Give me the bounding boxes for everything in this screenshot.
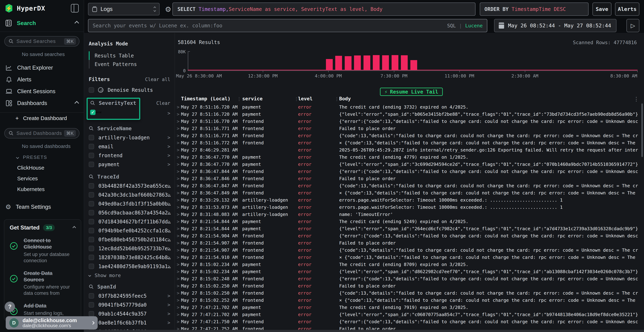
table-row[interactable]: > May 27 8:36:47.770 AM payment error {"…	[175, 161, 644, 168]
chevron-right-icon[interactable]: >	[168, 110, 170, 116]
row-expand-icon[interactable]: >	[177, 140, 180, 146]
filter-value-row[interactable]: 09041fb457779da0 >	[89, 301, 170, 308]
saved-dashboards-input[interactable]: Saved Dashboards ⌘K	[4, 128, 80, 138]
filter-field-name[interactable]: ServiceName	[97, 126, 132, 132]
table-row[interactable]: > May 27 7:47:21.702 AM payment error Th…	[175, 304, 644, 311]
get-started-item[interactable]: Connect to ClickHouse Set up your databa…	[10, 237, 76, 264]
checkbox[interactable]	[89, 135, 94, 140]
sidebar-item-dashboards[interactable]: Dashboards	[0, 97, 84, 109]
date-range-picker[interactable]: May 26 08:52:44 - May 27 08:52:44	[494, 19, 616, 32]
chevron-right-icon[interactable]: >	[168, 183, 170, 188]
chevron-right-icon[interactable]: >	[168, 246, 170, 251]
filter-value-row[interactable]: 0f94b9befe0b4252ccfa1c8… >	[89, 227, 170, 234]
filter-value-row[interactable]: 07d184304627bf2f11b67dd… >	[89, 218, 170, 226]
chevron-right-icon[interactable]: >	[168, 320, 170, 326]
table-row[interactable]: > May 27 8:33:29.132 AM artillery-loadge…	[175, 196, 644, 204]
row-expand-icon[interactable]: >	[177, 226, 180, 231]
filter-value-row[interactable]: 1ae42480d758e9ab91193a1… >	[89, 262, 170, 270]
filter-value-row[interactable]: 042a30c3dc1baf660b27863… >	[89, 191, 170, 198]
table-row[interactable]: > May 27 8:36:47.844 AM frontend error {…	[175, 168, 644, 175]
lang-toggle-lucene[interactable]: Lucene	[465, 23, 483, 28]
table-row[interactable]: > May 27 8:46:29.281 AM error 2025-05-26…	[175, 146, 644, 154]
sidebar-item-alerts[interactable]: Alerts	[0, 74, 84, 86]
chevron-right-icon[interactable]: >	[168, 162, 170, 167]
filter-field-name[interactable]: SeverityText	[99, 100, 136, 106]
table-row[interactable]: > May 27 8:36:47.849 AM frontend error ×…	[175, 189, 644, 196]
row-expand-icon[interactable]: >	[177, 298, 180, 303]
checkbox[interactable]	[89, 144, 94, 149]
get-started-item[interactable]: Create Data Sources Configure where your…	[10, 270, 76, 296]
checkbox[interactable]	[89, 219, 94, 224]
col-level[interactable]: level	[298, 96, 312, 102]
table-row[interactable]: > May 27 8:21:54.844 AM payment error {"…	[175, 225, 644, 232]
checkbox[interactable]	[89, 183, 94, 188]
table-row[interactable]: > May 27 8:31:53.073 AM artillery-loadge…	[175, 204, 644, 211]
filter-value-row[interactable]: ✓ error	[90, 108, 136, 116]
table-row[interactable]: > May 27 8:15:02.250 AM frontend error {…	[175, 290, 644, 296]
checkbox[interactable]	[89, 293, 94, 298]
alerts-button[interactable]: Alerts	[615, 2, 639, 16]
table-row[interactable]: > May 27 8:51:16.770 AM frontend error {…	[175, 118, 644, 125]
filter-field-name[interactable]: SpanId	[97, 284, 116, 290]
chevron-right-icon[interactable]: >	[168, 192, 170, 198]
column-separator-icon[interactable]: ⋮	[334, 96, 339, 102]
checkbox[interactable]	[89, 264, 94, 269]
checkbox[interactable]	[89, 302, 94, 308]
row-expand-icon[interactable]: >	[177, 262, 180, 267]
table-row[interactable]: > May 27 8:21:54.907 AM frontend error F…	[175, 239, 644, 246]
horizontal-scrollbar[interactable]	[84, 330, 644, 332]
histogram-bar[interactable]	[392, 55, 398, 70]
chevron-right-icon[interactable]: >	[168, 201, 170, 206]
filter-value-row[interactable]: 0fbe680eb456750b2d1184c… >	[89, 236, 170, 243]
checkbox[interactable]	[89, 237, 94, 242]
histogram-bar[interactable]	[382, 55, 389, 70]
order-by-input[interactable]: ORDER BY TimestampTime DESC	[480, 2, 588, 16]
filter-value-row[interactable]: 12ec8dd52b60b9525733b7e… >	[89, 245, 170, 252]
checkbox[interactable]	[89, 255, 94, 260]
row-expand-icon[interactable]: >	[177, 219, 180, 224]
run-query-button[interactable]: ▷	[626, 19, 639, 32]
row-expand-icon[interactable]: >	[177, 104, 180, 110]
saved-searches-input[interactable]: Saved Searches ⌘K	[4, 36, 80, 46]
filter-value-row[interactable]: 0ae8e1f6c6b37fb1 >	[89, 319, 170, 326]
preset-dashboard-link[interactable]: ClickHouse	[17, 165, 84, 171]
table-row[interactable]: > May 27 8:51:16.771 AM frontend error F…	[175, 125, 644, 132]
chevron-right-icon[interactable]: >	[168, 228, 170, 233]
checkbox[interactable]	[89, 201, 94, 206]
row-expand-icon[interactable]: >	[177, 276, 180, 282]
chevron-right-icon[interactable]: >	[168, 302, 170, 308]
chevron-up-icon[interactable]	[74, 21, 79, 25]
search-input[interactable]	[93, 23, 406, 28]
row-expand-icon[interactable]: >	[177, 248, 180, 253]
table-options-icon[interactable]: ⋮	[634, 96, 639, 102]
table-row[interactable]: > May 27 8:21:54.904 AM frontend error {…	[175, 232, 644, 239]
histogram-bar[interactable]	[401, 55, 408, 70]
show-more-link[interactable]: Show more	[89, 272, 170, 278]
sidebar-item-chart-explorer[interactable]: Chart Explorer	[0, 62, 84, 74]
row-expand-icon[interactable]: >	[177, 119, 180, 124]
chevron-right-icon[interactable]: >	[168, 311, 170, 316]
row-expand-icon[interactable]: >	[177, 305, 180, 310]
chevron-up-icon[interactable]	[72, 226, 76, 230]
histogram-bar[interactable]	[373, 55, 380, 70]
table-row[interactable]: > May 27 8:51:16.771 AM frontend error {…	[175, 132, 644, 139]
lang-toggle-sql[interactable]: SQL	[447, 23, 456, 28]
row-expand-icon[interactable]: >	[177, 133, 180, 138]
row-expand-icon[interactable]: >	[177, 290, 180, 296]
preset-dashboard-link[interactable]: Kubernetes	[17, 186, 84, 192]
filter-value-row[interactable]: artillery-loadgen >	[89, 134, 170, 141]
table-row[interactable]: > May 27 8:36:47.846 AM frontend error F…	[175, 175, 644, 182]
filter-value-row[interactable]: 049ed0ac3fdb1f3f15a0b0b… >	[89, 200, 170, 208]
checkbox[interactable]	[89, 153, 94, 158]
histogram-bar[interactable]	[345, 56, 352, 70]
col-timestamp[interactable]: Timestamp (Local)	[181, 96, 230, 102]
row-expand-icon[interactable]: >	[177, 198, 180, 203]
chevron-right-icon[interactable]: >	[168, 293, 170, 298]
preset-dashboard-link[interactable]: Services	[17, 176, 84, 182]
table-row[interactable]: > May 27 8:51:16.720 AM payment error Th…	[175, 104, 644, 110]
checkbox[interactable]	[89, 162, 94, 167]
filter-value-row[interactable]: frontend >	[89, 152, 170, 159]
table-row[interactable]: > May 27 8:15:02.248 AM frontend error {…	[175, 275, 644, 282]
table-row[interactable]: > May 27 8:51:16.720 AM payment error {"…	[175, 110, 644, 118]
histogram-bar[interactable]	[364, 56, 370, 70]
